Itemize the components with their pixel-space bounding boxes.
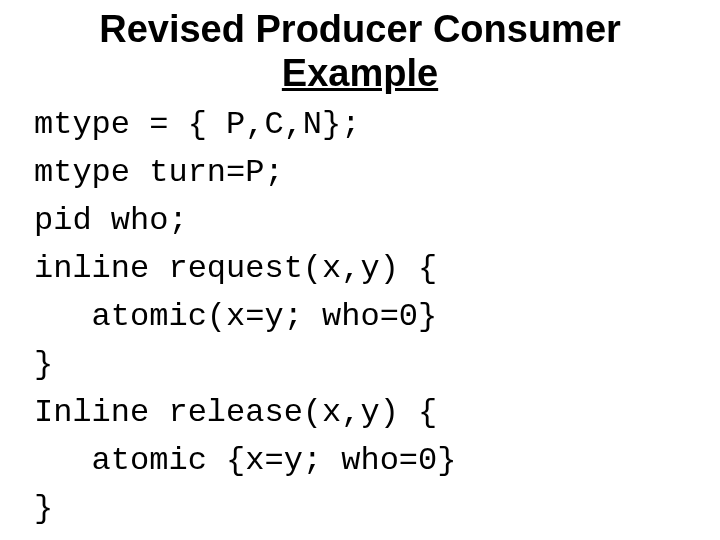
code-block: mtype = { P,C,N}; mtype turn=P; pid who;…: [34, 101, 690, 533]
code-line: Inline release(x,y) {: [34, 394, 437, 431]
code-line: inline request(x,y) {: [34, 250, 437, 287]
code-line: }: [34, 346, 53, 383]
code-line: atomic {x=y; who=0}: [34, 442, 456, 479]
code-line: }: [34, 490, 53, 527]
title-line-2: Example: [282, 52, 438, 94]
code-line: mtype turn=P;: [34, 154, 284, 191]
code-line: pid who;: [34, 202, 188, 239]
slide: Revised Producer Consumer Example mtype …: [0, 0, 720, 540]
slide-title: Revised Producer Consumer Example: [30, 8, 690, 95]
code-line: mtype = { P,C,N};: [34, 106, 360, 143]
code-line: atomic(x=y; who=0}: [34, 298, 437, 335]
title-line-1: Revised Producer Consumer: [99, 8, 621, 50]
